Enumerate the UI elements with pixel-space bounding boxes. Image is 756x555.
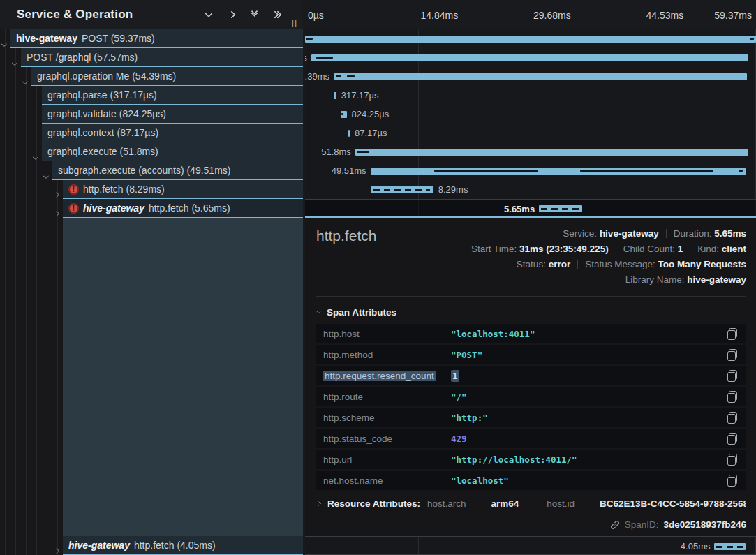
copy-icon[interactable]	[727, 412, 738, 424]
detail-divider	[316, 296, 746, 297]
span-duration-bar[interactable]	[305, 36, 756, 43]
span-duration-bar[interactable]	[348, 130, 350, 137]
span-duration-bar[interactable]	[539, 205, 581, 212]
copy-icon[interactable]	[727, 475, 738, 487]
tree-row[interactable]: graphql.execute (51.8ms)	[0, 142, 303, 161]
tree-row[interactable]: hive-gatewayPOST (59.37ms)	[0, 29, 303, 48]
tree-row[interactable]: hive-gatewayhttp.fetch (4.05ms)	[0, 536, 303, 555]
span-duration-bar[interactable]	[714, 543, 745, 550]
span-attributes-section-header[interactable]: Span Attributes	[317, 307, 756, 318]
meta-value: hive-gateway	[600, 228, 659, 239]
tree-row-box[interactable]: subgraph.execute (accounts) (49.51ms)	[52, 161, 303, 180]
collapse-one-icon[interactable]	[202, 8, 216, 22]
timeline-row	[305, 29, 756, 48]
copy-icon[interactable]	[727, 391, 738, 403]
chevron-down-icon[interactable]	[23, 74, 27, 87]
panel-resize-handle[interactable]: ||	[289, 18, 299, 29]
tree-row[interactable]: graphql.validate (824.25µs)	[0, 105, 303, 124]
tree-row-box[interactable]: hive-gatewayhttp.fetch (5.65ms)	[63, 199, 303, 218]
timeline-panel: 0µs14.84ms29.68ms44.53ms59.37ms 57.57ms5…	[305, 0, 756, 555]
tree-row-box[interactable]: hive-gatewayhttp.fetch (4.05ms)	[63, 536, 303, 555]
timeline-row: 5.65ms	[305, 199, 756, 218]
copy-icon[interactable]	[727, 349, 738, 361]
tree-row-operation: http.fetch (8.29ms)	[83, 184, 165, 195]
span-duration-bar[interactable]	[371, 186, 433, 193]
tree-row-box[interactable]: POST /graphql (57.57ms)	[21, 48, 303, 67]
copy-icon[interactable]	[727, 328, 738, 340]
span-duration-bar[interactable]	[311, 54, 748, 61]
copy-icon[interactable]	[727, 370, 738, 382]
meta-separator	[666, 229, 667, 238]
meta-value: Too Many Requests	[658, 259, 746, 269]
chevron-down-icon[interactable]	[44, 168, 48, 181]
child-span-dashes	[716, 546, 744, 548]
attribute-key: http.method	[323, 350, 451, 360]
span-duration-bar[interactable]	[355, 149, 749, 156]
tree-row[interactable]: http.fetch (8.29ms)	[0, 180, 303, 199]
meta-label: Duration:	[674, 228, 715, 239]
tree-row-box[interactable]: graphql.parse (317.17µs)	[42, 86, 303, 105]
tree-row[interactable]: hive-gatewayhttp.fetch (5.65ms)	[0, 199, 303, 218]
span-tree-rows: hive-gatewayPOST (59.37ms)POST /graphql …	[0, 29, 303, 218]
ruler-tick-label: 44.53ms	[646, 10, 684, 21]
tree-row-box[interactable]: http.fetch (8.29ms)	[63, 180, 303, 199]
span-id-footer: SpanID: 3de02518937fb246	[610, 519, 746, 530]
chevron-right-icon[interactable]	[54, 206, 59, 219]
span-id-value: 3de02518937fb246	[663, 519, 746, 530]
chevron-right-icon[interactable]	[54, 543, 59, 555]
child-span-mark	[357, 151, 369, 153]
tree-row-operation: graphql.operation Me (54.39ms)	[37, 71, 176, 82]
copy-icon[interactable]	[727, 454, 738, 466]
span-duration-label: 51.8ms	[321, 147, 351, 157]
meta-separator	[577, 260, 578, 269]
chevron-down-icon[interactable]	[34, 149, 38, 162]
meta-value: 31ms (23:35:49.225)	[519, 244, 609, 254]
span-duration-bar[interactable]	[334, 73, 747, 80]
tree-row-operation: subgraph.execute (accounts) (49.51ms)	[58, 165, 230, 176]
tree-row-operation: POST /graphql (57.57ms)	[27, 52, 138, 63]
tree-row[interactable]: graphql.context (87.17µs)	[0, 124, 303, 142]
span-duration-bar[interactable]	[341, 111, 347, 118]
expand-all-icon[interactable]	[271, 8, 285, 22]
attribute-value: "http://localhost:4011/"	[451, 454, 577, 465]
copy-icon[interactable]	[727, 433, 738, 445]
meta-label: Service:	[563, 228, 600, 239]
timeline-rows: 57.57ms54.39ms317.17µs824.25µs87.17µs51.…	[305, 29, 756, 218]
resource-key: host.id	[547, 498, 575, 509]
chevron-down-icon[interactable]	[2, 36, 6, 49]
tree-row-box[interactable]: hive-gatewayPOST (59.37ms)	[10, 29, 303, 48]
tree-row-box[interactable]: graphql.execute (51.8ms)	[42, 142, 303, 161]
span-duration-bar[interactable]	[371, 168, 747, 175]
timeline-row: 8.29ms	[305, 180, 756, 199]
resource-attributes-row[interactable]: Resource Attributes: host.arch=arm64host…	[317, 498, 746, 509]
collapse-all-icon[interactable]	[248, 8, 262, 22]
link-icon[interactable]	[610, 520, 620, 530]
attribute-key: http.status_code	[323, 434, 451, 444]
span-duration-bar[interactable]	[334, 92, 336, 99]
tree-row-operation: graphql.validate (824.25µs)	[47, 108, 166, 119]
tree-header-title: Service & Operation	[17, 8, 133, 22]
span-detail-title: http.fetch	[316, 228, 376, 244]
tree-row[interactable]: graphql.parse (317.17µs)	[0, 86, 303, 105]
attribute-key: http.host	[323, 329, 451, 339]
chevron-right-icon[interactable]	[54, 187, 59, 200]
resource-attributes-title: Resource Attributes:	[327, 498, 420, 509]
resource-equals: =	[473, 498, 484, 509]
expand-one-icon[interactable]	[225, 8, 239, 22]
span-detail-panel: http.fetch Service: hive-gatewayDuration…	[305, 216, 756, 536]
tree-row[interactable]: subgraph.execute (accounts) (49.51ms)	[0, 161, 303, 180]
tree-row[interactable]: graphql.operation Me (54.39ms)	[0, 67, 303, 86]
attribute-key: http.url	[323, 454, 451, 465]
tree-row-service: hive-gateway	[68, 540, 130, 551]
tree-row-box[interactable]: graphql.operation Me (54.39ms)	[31, 67, 303, 86]
tree-row-box[interactable]: graphql.validate (824.25µs)	[42, 105, 303, 124]
chevron-down-icon[interactable]	[13, 55, 17, 68]
tree-row[interactable]: POST /graphql (57.57ms)	[0, 48, 303, 67]
span-attributes-title: Span Attributes	[327, 307, 396, 318]
attribute-value: "/"	[451, 392, 467, 402]
meta-label: Library Name:	[625, 274, 688, 285]
tree-row-box[interactable]: graphql.context (87.17µs)	[42, 124, 303, 142]
panel-divider[interactable]	[303, 0, 305, 555]
timeline-row: 54.39ms	[305, 67, 756, 86]
attribute-value: 1	[451, 371, 459, 381]
